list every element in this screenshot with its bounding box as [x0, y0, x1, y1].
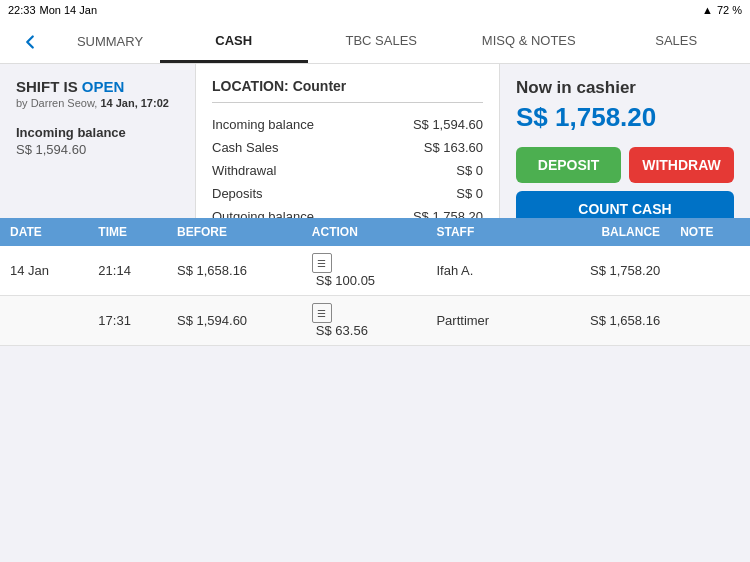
col-staff: STAFF — [426, 218, 535, 246]
col-action: ACTION — [302, 218, 427, 246]
shift-open-text: OPEN — [82, 78, 125, 95]
summary-label[interactable]: SUMMARY — [60, 20, 160, 63]
cell-time-2: 17:31 — [88, 296, 167, 346]
table-header-row: DATE TIME BEFORE ACTION STAFF BALANCE NO… — [0, 218, 750, 246]
col-time: TIME — [88, 218, 167, 246]
tab-misq-notes[interactable]: MISQ & NOTES — [455, 20, 603, 63]
cell-balance-2: S$ 1,658.16 — [535, 296, 670, 346]
status-bar: 22:33 Mon 14 Jan ▲ 72 % — [0, 0, 750, 20]
transaction-table: DATE TIME BEFORE ACTION STAFF BALANCE NO… — [0, 218, 750, 346]
summary-value-deposits: S$ 0 — [374, 182, 483, 205]
cell-date-1: 14 Jan — [0, 246, 88, 296]
table-row: 17:31 S$ 1,594.60 ☰ S$ 63.56 Parttimer S… — [0, 296, 750, 346]
incoming-balance-label: Incoming balance — [16, 125, 179, 140]
col-before: BEFORE — [167, 218, 302, 246]
col-date: DATE — [0, 218, 88, 246]
summary-value-incoming: S$ 1,594.60 — [374, 113, 483, 136]
summary-label-withdrawal: Withdrawal — [212, 159, 374, 182]
location-value: Counter — [293, 78, 347, 94]
cell-before-2: S$ 1,594.60 — [167, 296, 302, 346]
action-icon-1[interactable]: ☰ — [312, 253, 332, 273]
status-time: 22:33 Mon 14 Jan — [8, 4, 97, 16]
location-label: LOCATION: — [212, 78, 289, 94]
now-cashier-label: Now in cashier — [516, 78, 734, 98]
summary-row-cashsales: Cash Sales S$ 163.60 — [212, 136, 483, 159]
cell-balance-1: S$ 1,758.20 — [535, 246, 670, 296]
summary-label-cashsales: Cash Sales — [212, 136, 374, 159]
shift-date: 14 Jan, 17:02 — [100, 97, 169, 109]
tab-tbc-sales[interactable]: TBC SALES — [308, 20, 456, 63]
table-row: 14 Jan 21:14 S$ 1,658.16 ☰ S$ 100.05 Ifa… — [0, 246, 750, 296]
summary-label-deposits: Deposits — [212, 182, 374, 205]
summary-row-deposits: Deposits S$ 0 — [212, 182, 483, 205]
date-display: Mon 14 Jan — [40, 4, 97, 16]
tab-cash[interactable]: CASH — [160, 20, 308, 63]
nav-tabs: CASH TBC SALES MISQ & NOTES SALES — [160, 20, 750, 63]
shift-status-line: SHIFT IS OPEN — [16, 78, 179, 95]
cell-staff-2: Parttimer — [426, 296, 535, 346]
cell-action-2[interactable]: ☰ S$ 63.56 — [302, 296, 427, 346]
summary-value-cashsales: S$ 163.60 — [374, 136, 483, 159]
transaction-table-section: DATE TIME BEFORE ACTION STAFF BALANCE NO… — [0, 218, 750, 346]
cell-action-value-2: S$ 63.56 — [316, 323, 368, 338]
nav-bar: SUMMARY CASH TBC SALES MISQ & NOTES SALE… — [0, 20, 750, 64]
cell-note-1 — [670, 246, 750, 296]
summary-label-incoming: Incoming balance — [212, 113, 374, 136]
now-cashier-amount: S$ 1,758.20 — [516, 102, 734, 133]
cell-note-2 — [670, 296, 750, 346]
cell-before-1: S$ 1,658.16 — [167, 246, 302, 296]
action-icon-2[interactable]: ☰ — [312, 303, 332, 323]
cell-time-1: 21:14 — [88, 246, 167, 296]
shift-by-line: by Darren Seow, 14 Jan, 17:02 — [16, 97, 179, 109]
wifi-icon: ▲ — [702, 4, 713, 16]
summary-row-incoming: Incoming balance S$ 1,594.60 — [212, 113, 483, 136]
cell-action-value-1: S$ 100.05 — [316, 273, 375, 288]
action-buttons-row: DEPOSIT WITHDRAW — [516, 147, 734, 183]
col-balance: BALANCE — [535, 218, 670, 246]
time-display: 22:33 — [8, 4, 36, 16]
col-note: NOTE — [670, 218, 750, 246]
battery-display: 72 % — [717, 4, 742, 16]
deposit-button[interactable]: DEPOSIT — [516, 147, 621, 183]
summary-row-withdrawal: Withdrawal S$ 0 — [212, 159, 483, 182]
location-row: LOCATION: Counter — [212, 78, 483, 103]
back-button[interactable] — [0, 20, 60, 63]
status-icons: ▲ 72 % — [702, 4, 742, 16]
withdraw-button[interactable]: WITHDRAW — [629, 147, 734, 183]
summary-value-withdrawal: S$ 0 — [374, 159, 483, 182]
cell-staff-1: Ifah A. — [426, 246, 535, 296]
incoming-balance-value: S$ 1,594.60 — [16, 142, 179, 157]
cell-action-1[interactable]: ☰ S$ 100.05 — [302, 246, 427, 296]
cell-date-2 — [0, 296, 88, 346]
tab-sales[interactable]: SALES — [603, 20, 751, 63]
